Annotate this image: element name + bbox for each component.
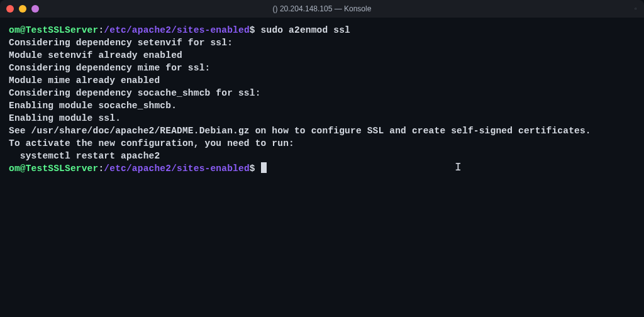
user-host: om@TestSSLServer xyxy=(9,164,98,174)
command-text: sudo a2enmod ssl xyxy=(261,25,350,35)
text-cursor-icon: I xyxy=(455,161,462,174)
prompt-line-2: om@TestSSLServer:/etc/apache2/sites-enab… xyxy=(9,162,635,175)
output-line: Considering dependency setenvif for ssl: xyxy=(9,36,635,49)
maximize-icon[interactable] xyxy=(31,5,39,13)
terminal-area[interactable]: om@TestSSLServer:/etc/apache2/sites-enab… xyxy=(0,18,644,181)
output-line: To activate the new configuration, you n… xyxy=(9,137,635,150)
prompt-symbol: $ xyxy=(250,25,255,35)
close-icon[interactable] xyxy=(6,5,14,13)
output-line: Module mime already enabled xyxy=(9,74,635,87)
user-host: om@TestSSLServer xyxy=(9,25,98,35)
cwd-path: /etc/apache2/sites-enabled xyxy=(104,164,249,174)
prompt-line-1: om@TestSSLServer:/etc/apache2/sites-enab… xyxy=(9,24,635,36)
traffic-lights xyxy=(6,5,39,13)
minimize-icon[interactable] xyxy=(19,5,26,13)
output-line: Considering dependency socache_shmcb for… xyxy=(9,87,635,99)
expand-icon[interactable]: ▫ xyxy=(634,6,638,13)
output-line: Module setenvif already enabled xyxy=(9,49,635,62)
block-cursor xyxy=(261,162,267,173)
output-line: Considering dependency mime for ssl: xyxy=(9,62,635,74)
prompt-symbol: $ xyxy=(250,164,255,174)
output-line: Enabling module ssl. xyxy=(9,112,635,125)
output-line: systemctl restart apache2 xyxy=(9,150,635,162)
cwd-path: /etc/apache2/sites-enabled xyxy=(104,25,249,35)
output-line: Enabling module socache_shmcb. xyxy=(9,99,635,112)
window-titlebar: () 20.204.148.105 — Konsole ▫ xyxy=(0,0,644,18)
window-title: () 20.204.148.105 — Konsole xyxy=(273,4,372,13)
output-line: See /usr/share/doc/apache2/README.Debian… xyxy=(9,125,635,137)
